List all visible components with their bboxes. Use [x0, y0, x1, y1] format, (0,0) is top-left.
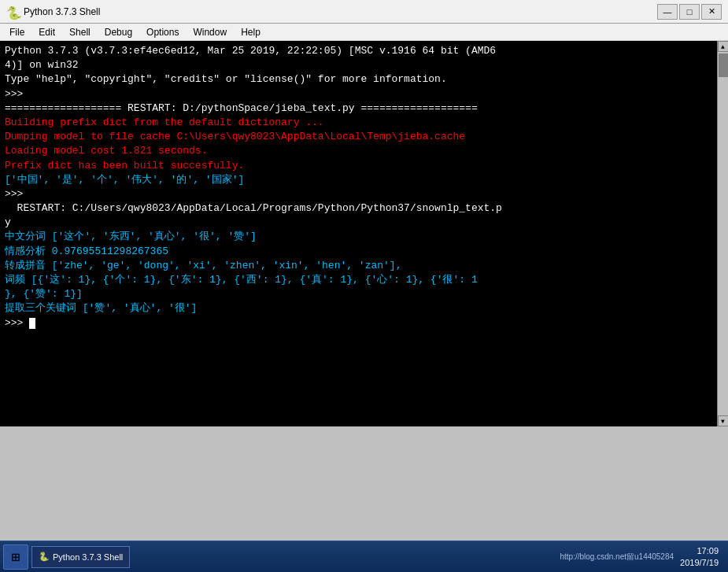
console-line-7: Loading model cost 1.821 seconds.: [5, 144, 712, 158]
console-line-13: 情感分析 0.97695511298267365: [5, 245, 712, 259]
console-line-16: 提取三个关键词 ['赞', '真心', '很']: [5, 301, 712, 316]
shell-container: Python 3.7.3 (v3.7.3:ef4ec6ed12, Mar 25 …: [0, 41, 728, 426]
menu-item-edit[interactable]: Edit: [32, 25, 61, 39]
console-line-14: 转成拼音 ['zhe', 'ge', 'dong', 'xi', 'zhen',…: [5, 259, 712, 273]
maximize-button[interactable]: □: [679, 4, 700, 20]
menu-item-options[interactable]: Options: [140, 25, 185, 39]
console-line-1: Python 3.7.3 (v3.7.3:ef4ec6ed12, Mar 25 …: [5, 44, 712, 72]
taskbar-tray: http://blog.csdn.net留u14405284: [560, 552, 674, 563]
menu-item-file[interactable]: File: [3, 25, 31, 39]
menu-item-window[interactable]: Window: [187, 25, 233, 39]
taskbar-python-label: Python 3.7.3 Shell: [53, 552, 123, 562]
start-button[interactable]: ⊞: [3, 544, 28, 570]
console-line-11: RESTART: C:/Users/qwy8023/AppData/Local/…: [5, 201, 712, 230]
taskbar-right: http://blog.csdn.net留u14405284 17:09 201…: [560, 545, 726, 568]
taskbar-clock: 17:09 2019/7/19: [680, 545, 719, 568]
console-line-4: =================== RESTART: D:/pythonSp…: [5, 101, 712, 116]
close-button[interactable]: ✕: [701, 4, 722, 20]
windows-icon: ⊞: [12, 548, 20, 566]
scrollbar[interactable]: ▲ ▼: [717, 41, 728, 426]
scroll-up-button[interactable]: ▲: [718, 41, 729, 52]
scroll-down-button[interactable]: ▼: [718, 415, 729, 426]
clock-time: 17:09: [680, 545, 719, 556]
console-line-10: >>>: [5, 187, 712, 201]
tray-url-text: http://blog.csdn.net留u14405284: [560, 552, 674, 563]
minimize-button[interactable]: —: [657, 4, 678, 20]
console-line-15: 词频 [{'这': 1}, {'个': 1}, {'东': 1}, {'西': …: [5, 273, 712, 301]
console-output: Python 3.7.3 (v3.7.3:ef4ec6ed12, Mar 25 …: [0, 41, 717, 426]
console-line-9: ['中国', '是', '个', '伟大', '的', '国家']: [5, 173, 712, 187]
menu-item-shell[interactable]: Shell: [63, 25, 97, 39]
menu-item-help[interactable]: Help: [235, 25, 267, 39]
clock-date: 2019/7/19: [680, 557, 719, 568]
taskbar-left: ⊞ 🐍 Python 3.7.3 Shell: [3, 544, 130, 570]
window-title: Python 3.7.3 Shell: [24, 6, 100, 17]
console-line-5: Building prefix dict from the default di…: [5, 116, 712, 130]
python-icon: 🐍: [6, 6, 19, 18]
title-bar-left: 🐍 Python 3.7.3 Shell: [6, 6, 100, 18]
cursor: [29, 318, 35, 329]
title-bar: 🐍 Python 3.7.3 Shell — □ ✕: [0, 0, 728, 24]
menu-item-debug[interactable]: Debug: [98, 25, 139, 39]
taskbar: ⊞ 🐍 Python 3.7.3 Shell http://blog.csdn.…: [0, 541, 728, 572]
main-window: 🐍 Python 3.7.3 Shell — □ ✕ FileEditShell…: [0, 0, 728, 426]
console-line-3: >>>: [5, 87, 712, 101]
taskbar-python-button[interactable]: 🐍 Python 3.7.3 Shell: [31, 546, 130, 568]
taskbar-python-icon: 🐍: [39, 552, 50, 562]
window-controls: — □ ✕: [657, 4, 722, 20]
console-line-12: 中文分词 ['这个', '东西', '真心', '很', '赞']: [5, 230, 712, 244]
console-line-2: Type "help", "copyright", "credits" or "…: [5, 72, 712, 87]
console-line-8: Prefix dict has been built succesfully.: [5, 159, 712, 173]
console-line-17[interactable]: >>>: [5, 316, 712, 330]
scroll-thumb[interactable]: [719, 54, 728, 77]
console-line-6: Dumping model to file cache C:\Users\qwy…: [5, 130, 712, 144]
menu-bar: FileEditShellDebugOptionsWindowHelp: [0, 24, 728, 41]
